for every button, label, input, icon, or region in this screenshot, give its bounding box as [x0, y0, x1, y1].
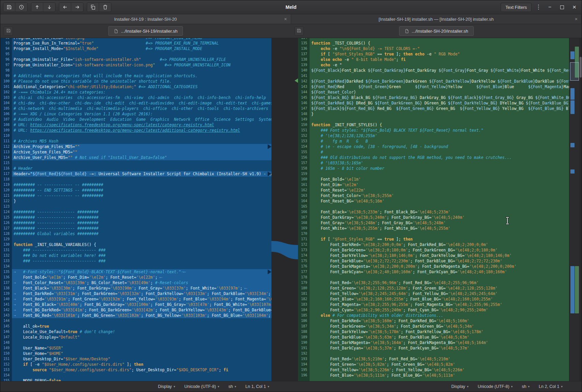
save-right-file-button[interactable]: [295, 27, 304, 36]
reload-button[interactable]: [15, 3, 27, 12]
code-line[interactable]: 135function _TEST_COLORS() {: [298, 40, 569, 46]
save-left-file-button[interactable]: [4, 27, 13, 36]
editor-pane-left[interactable]: 92Program_Icon_In_Menu="icon.png" #=> PR…: [0, 38, 271, 381]
scrollbar-thumb[interactable]: [580, 57, 582, 77]
push-change-right-button[interactable]: [268, 172, 271, 176]
code-line[interactable]: 127######### ---------------- #########: [0, 226, 271, 231]
code-line[interactable]: 146 Locale_Use_Default=true # don't chan…: [0, 329, 271, 334]
code-line[interactable]: 150function _INIT_FONT_STYLES() {: [298, 122, 569, 128]
code-line[interactable]: 98: [0, 68, 271, 73]
code-line[interactable]: 196 Font_Blue='\e[38;5;111m'; Font_Blue_…: [298, 373, 569, 378]
code-line[interactable]: 181 Font_Yellow='\e[38;2;245;245;64m'; F…: [298, 291, 569, 296]
code-line[interactable]: 136 echo -e "\n${Font_Bold} -= TEST COLO…: [298, 46, 569, 51]
encoding-menu-left[interactable]: Unicode (UTF-8)▾: [184, 384, 219, 389]
code-line[interactable]: 143${Font_Red}Red ${Font_Green}Green ${F…: [298, 84, 569, 89]
code-line[interactable]: 182 Font_Blue='\e[38;2;160;160;255m'; Fo…: [298, 296, 569, 302]
overview-map[interactable]: [569, 38, 582, 381]
code-line[interactable]: 116# Header: [0, 166, 271, 171]
code-line[interactable]: 160 Font_Bold='\e[1m': [298, 177, 569, 182]
code-line[interactable]: 139 echo -e ": [298, 62, 569, 68]
code-line[interactable]: 102# -=== Chimbalix 24.4+ main categorie…: [0, 89, 271, 95]
code-line[interactable]: 130function _INIT_GLOBAL_VARIABLES() {: [0, 242, 271, 247]
code-line[interactable]: 173 Font_DarkGreen='\e[38;2;0;180;0m'; F…: [298, 247, 569, 253]
code-line[interactable]: 178: [298, 275, 569, 280]
code-line[interactable]: 134: [0, 264, 271, 269]
code-line[interactable]: 159: [298, 171, 569, 177]
code-line[interactable]: 123: [0, 204, 271, 209]
code-line[interactable]: 113Archive_System_Files_MD5="": [0, 149, 271, 155]
code-line[interactable]: 179 Font_Red='\e[38;2;255;96;96m'; Font_…: [298, 280, 569, 285]
cursor-position-left[interactable]: Ln 1, Col 1▾: [246, 384, 269, 389]
minimize-button[interactable]: −: [545, 3, 554, 12]
code-line[interactable]: 162 Font_Reset='\e[22m': [298, 187, 569, 193]
code-line[interactable]: 135→ #·Font·styles:·"${Font_Bold}·BLACK·…: [0, 269, 271, 275]
cursor-position-right[interactable]: Ln 2, Col 1▾: [539, 384, 563, 389]
code-line[interactable]: 143→ Font_BG_Red='\033[101m'; Font_BG_Gr…: [0, 313, 271, 318]
code-line[interactable]: 128######### Global variables #########: [0, 231, 271, 236]
code-line[interactable]: 114Archive_User_Files_MD5="" # Not used …: [0, 155, 271, 160]
code-line[interactable]: 108# URL: https://specifications.freedes…: [0, 122, 271, 128]
code-line[interactable]: 163 Font_Reset_Color='\e[38;5;255m': [298, 193, 569, 198]
push-change-right-button[interactable]: [268, 270, 271, 274]
code-line[interactable]: 145 all_ok=true: [0, 324, 271, 329]
code-line[interactable]: 111# Archives MD5 Hash: [0, 138, 271, 144]
file-path-right-button[interactable]: .../Installer-SH-20/installer.sh: [399, 26, 474, 36]
close-button[interactable]: ×: [570, 3, 579, 12]
code-line[interactable]: 166 Font_Black='\e[38;5;233m'; Font_Blac…: [298, 209, 569, 215]
code-line[interactable]: 171 if [ "$Font_Styles_RGB" == true ]; t…: [298, 236, 569, 242]
code-line[interactable]: 165: [298, 204, 569, 209]
code-line[interactable]: 115: [0, 160, 271, 166]
code-line[interactable]: 132 ### Do not edit variables here! ###: [0, 253, 271, 258]
code-line[interactable]: 119######### -- ------------ -- ########…: [0, 182, 271, 187]
text-filters-button[interactable]: Text Filters: [501, 3, 532, 12]
code-line[interactable]: 148}: [298, 111, 569, 117]
file-path-left-button[interactable]: .../Installer-SH-19/installer.sh: [108, 26, 183, 36]
code-line[interactable]: 120######### -- END SETTINGS -- ########…: [0, 187, 271, 193]
code-line[interactable]: 96Program_Uninstaller_File="ish-software…: [0, 57, 271, 62]
code-line[interactable]: 109# URL: https://specifications.freedes…: [0, 128, 271, 133]
push-change-left-button[interactable]: [59, 3, 71, 12]
push-change-right-button[interactable]: [268, 144, 271, 149]
tab-close-icon[interactable]: ×: [575, 17, 578, 21]
code-line[interactable]: 153 source "$User_Home/.config/user-dirs…: [0, 367, 271, 373]
code-line[interactable]: 155 MODE_DEBUG=false: [0, 378, 271, 381]
copy-button[interactable]: [87, 3, 99, 12]
code-line[interactable]: 92Program_Icon_In_Menu="icon.png" #=> PR…: [0, 38, 271, 40]
code-line[interactable]: 157 # '\033[38;5;165m': [298, 160, 569, 166]
tab-comparison-right[interactable]: [Installer-SH-19] installer.sh — [Instal…: [291, 14, 582, 24]
code-line[interactable]: 169 Font_White='\e[38;5;255m'; Font_Whit…: [298, 226, 569, 231]
code-line[interactable]: 93Program_Exe_Run_In_Terminal="true" #=>…: [0, 40, 271, 46]
save-button[interactable]: [3, 3, 15, 12]
code-line[interactable]: 161 Font_Dim='\e[2m': [298, 182, 569, 187]
code-line[interactable]: 186 Font_DarkRed='\e[38;5;160m'; Font_Da…: [298, 318, 569, 324]
code-line[interactable]: 124######### ---------------- #########: [0, 209, 271, 215]
code-line[interactable]: 140→ Font_Red='\033[91m'; Font_Green='\0…: [0, 296, 271, 302]
code-line[interactable]: 175 Font_DarkBlue='\e[38;2;72;72;230m'; …: [298, 258, 569, 264]
map-viewport[interactable]: [570, 62, 579, 81]
code-line[interactable]: 133 ### --------------------------- ###: [0, 258, 271, 264]
tab-close-icon[interactable]: ×: [284, 17, 287, 21]
code-line[interactable]: 107# AudioVideo Audio Video Development …: [0, 117, 271, 122]
code-line[interactable]: 151 User_Desktop_Dir="$User_Home/Desktop…: [0, 356, 271, 362]
code-line[interactable]: 149 User_Name="$USER": [0, 345, 271, 351]
code-line[interactable]: 151 ### Font styles: "${Font_Bold} BLACK…: [298, 128, 569, 133]
push-change-right-button[interactable]: [71, 3, 83, 12]
code-line[interactable]: 106# -=== XDG / Linux Categories Version…: [0, 111, 271, 117]
code-line[interactable]: 174 Font_DarkYellow='\e[38;2;180;146;0m'…: [298, 253, 569, 258]
editor-pane-right[interactable]: 134135function _TEST_COLORS() {136 echo …: [298, 38, 569, 381]
code-line[interactable]: 126######### ---------------- #########: [0, 220, 271, 226]
code-line[interactable]: 117Header="${Font_Red}${Font_Bold} -=: U…: [0, 171, 271, 177]
code-line[interactable]: 147 Locale_Display="Default": [0, 334, 271, 340]
code-line[interactable]: 150 User_Home="$HOME": [0, 351, 271, 356]
code-line[interactable]: 121######### -- ------------ -- ########…: [0, 193, 271, 198]
code-line[interactable]: 156 ### Old distributions do not support…: [298, 155, 569, 160]
code-line[interactable]: 193 Font_Red='\e[38;5;210m'; Font_Red_BG…: [298, 356, 569, 362]
code-line[interactable]: 187 Font_DarkGreen='\e[38;5;34m'; Font_D…: [298, 324, 569, 329]
code-line[interactable]: 149: [298, 117, 569, 122]
code-line[interactable]: 122}: [0, 198, 271, 204]
code-line[interactable]: 170: [298, 231, 569, 236]
code-line[interactable]: 153 # fg m R G B: [298, 138, 569, 144]
code-line[interactable]: 129: [0, 236, 271, 242]
tab-comparison-left[interactable]: Installer-SH-19 : Installer-SH-20 ×: [0, 14, 291, 24]
code-line[interactable]: 167 Font_DarkGray='\e[38;5;240m'; Font_D…: [298, 215, 569, 220]
